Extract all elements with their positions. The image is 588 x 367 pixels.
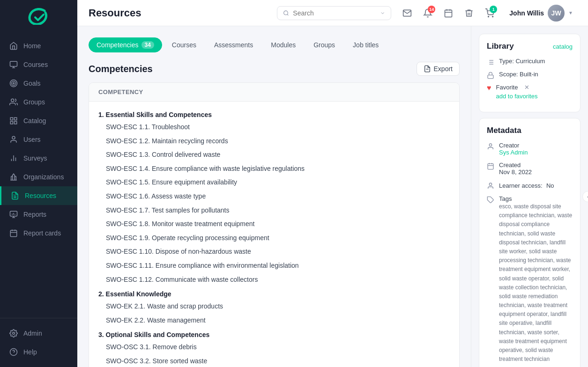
learner-icon [487, 182, 494, 190]
sidebar-item-users[interactable]: Users [0, 130, 77, 149]
heart-icon: ♥ [487, 84, 491, 92]
sidebar-label-courses: Courses [23, 61, 48, 68]
metadata-created-row: Created Nov 8, 2022 [487, 161, 573, 176]
tab-assessments[interactable]: Assessments [206, 37, 261, 52]
learner-access-label: Learner access: [499, 182, 543, 189]
svg-rect-0 [10, 61, 17, 66]
table-header: Competency [89, 83, 459, 102]
sidebar-item-admin[interactable]: Admin [0, 324, 77, 343]
tab-modules[interactable]: Modules [263, 37, 304, 52]
tab-assessments-label: Assessments [214, 41, 253, 49]
calendar-button[interactable] [440, 5, 457, 22]
svg-line-20 [287, 14, 288, 15]
tag-icon [487, 196, 494, 204]
cart-button[interactable]: 1 [481, 5, 498, 22]
svg-rect-7 [10, 122, 13, 124]
user-menu[interactable]: John Willis JW ▼ [506, 3, 577, 23]
sidebar-label-reports: Reports [23, 211, 46, 218]
svg-point-3 [13, 83, 15, 84]
sidebar-item-organizations[interactable]: Organizations [0, 168, 77, 186]
cart-badge: 1 [490, 6, 497, 13]
sidebar-item-catalog[interactable]: Catalog [0, 111, 77, 130]
add-to-favorites-link[interactable]: add to favorites [496, 93, 538, 100]
header: Resources 14 1 [77, 0, 588, 26]
sidebar-item-goals[interactable]: Goals [0, 74, 77, 93]
app-logo [27, 8, 51, 25]
tab-job-titles[interactable]: Job titles [345, 37, 387, 52]
notifications-button[interactable]: 14 [419, 5, 436, 22]
remove-favorite-button[interactable]: ✕ [524, 84, 529, 91]
tab-competencies-label: Competencies [97, 41, 139, 49]
tab-courses[interactable]: Courses [164, 37, 204, 52]
report-cards-icon [9, 229, 18, 237]
user-menu-chevron-icon: ▼ [568, 10, 573, 15]
reports-icon [9, 210, 18, 219]
notifications-badge: 14 [428, 6, 435, 13]
catalog-link[interactable]: catalog [553, 43, 573, 50]
tags-label: Tags [499, 195, 573, 202]
sidebar-item-resources[interactable]: Resources [0, 186, 77, 205]
admin-icon [9, 329, 18, 338]
sidebar-label-groups: Groups [23, 98, 45, 106]
sidebar-item-groups[interactable]: Groups [0, 93, 77, 111]
export-button[interactable]: Export [417, 62, 460, 76]
created-value: Nov 8, 2022 [499, 169, 532, 176]
library-type-value: Curriculum [515, 58, 545, 65]
competencies-table: Competency 1. Essential Skills and Compe… [89, 82, 460, 367]
list-item: SWO-ESC 1.11. Ensure compliance with env… [98, 259, 450, 273]
competency-section: 2. Essential Knowledge [98, 286, 450, 300]
tab-competencies[interactable]: Competencies 34 [89, 37, 162, 52]
sidebar-item-reports[interactable]: Reports [0, 205, 77, 224]
sidebar-label-catalog: Catalog [23, 117, 46, 125]
svg-point-4 [11, 99, 14, 102]
trash-button[interactable] [461, 5, 477, 22]
type-icon [487, 59, 494, 66]
list-item: SWO-ESC 1.5. Ensure equipment availabili… [98, 176, 450, 190]
sidebar-label-report-cards: Report cards [23, 229, 61, 237]
sidebar-item-home[interactable]: Home [0, 37, 77, 55]
tab-courses-label: Courses [172, 41, 196, 49]
main-content: Competencies 34 Courses Assessments Modu… [77, 26, 471, 367]
library-scope-row: Scope: Built-in [487, 71, 573, 79]
groups-icon [9, 98, 18, 106]
logo-area [0, 0, 77, 33]
sidebar-item-help[interactable]: Help [0, 343, 77, 361]
list-item: SWO-EK 2.2. Waste management [98, 314, 450, 328]
users-icon [9, 135, 18, 144]
favorite-label: Favorite [496, 84, 518, 91]
mail-button[interactable] [399, 5, 416, 22]
sidebar-item-surveys[interactable]: Surveys [0, 149, 77, 168]
list-item: SWO-ESC 1.8. Monitor waste treatment equ… [98, 217, 450, 231]
metadata-creator-row: Creator Sys Admin [487, 142, 573, 156]
search-bar[interactable] [277, 6, 391, 20]
svg-point-19 [284, 11, 288, 15]
competencies-section-header: Competencies Export [89, 62, 460, 76]
svg-point-26 [492, 16, 493, 17]
scope-icon [487, 72, 494, 79]
help-icon [9, 348, 18, 356]
tab-groups[interactable]: Groups [305, 37, 343, 52]
sidebar-label-surveys: Surveys [23, 154, 47, 162]
sidebar-label-organizations: Organizations [23, 173, 64, 181]
tab-job-titles-label: Job titles [353, 41, 379, 49]
trash-icon [464, 8, 474, 18]
sidebar-bottom: Admin Help [0, 318, 77, 367]
sidebar-item-courses[interactable]: Courses [0, 55, 77, 74]
library-panel: Library catalog Type: Curriculum Scop [479, 34, 581, 112]
competency-list: 1. Essential Skills and CompetencesSWO-E… [89, 102, 459, 367]
sidebar-nav: Home Courses Goals Groups Catalog Users [0, 33, 77, 318]
header-icons: 14 1 [399, 5, 498, 22]
list-item: SWO-EK 2.1. Waste and scrap products [98, 300, 450, 314]
search-input[interactable] [293, 9, 376, 17]
mail-icon [402, 8, 412, 18]
svg-rect-5 [10, 117, 13, 120]
sidebar: Home Courses Goals Groups Catalog Users [0, 0, 77, 367]
svg-point-35 [489, 144, 491, 146]
library-scope-text: Scope: Built-in [499, 71, 538, 78]
creator-icon [487, 143, 494, 150]
tabs-row: Competencies 34 Courses Assessments Modu… [89, 37, 460, 52]
sidebar-item-report-cards[interactable]: Report cards [0, 224, 77, 242]
creator-value[interactable]: Sys Admin [499, 149, 528, 156]
library-favorite-row: ♥ Favorite ✕ add to favorites [487, 84, 573, 100]
list-item: SWO-ESC 1.10. Dispose of non-hazardous w… [98, 245, 450, 259]
